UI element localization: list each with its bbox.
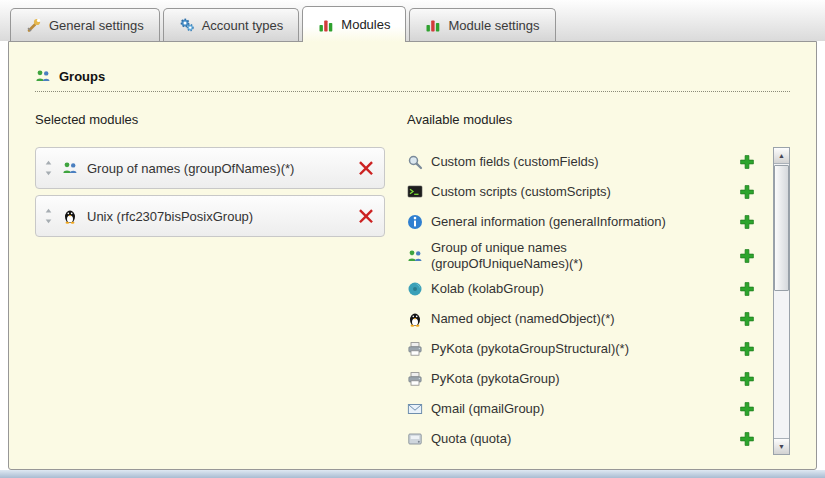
tab-label: Account types [202, 18, 284, 33]
tab-modules[interactable]: Modules [302, 6, 406, 42]
available-module-label: Named object (namedObject)(*) [431, 308, 615, 330]
vertical-scrollbar[interactable]: ▲ ▼ [773, 147, 790, 455]
available-module-label: Qmail (qmailGroup) [431, 398, 544, 420]
add-module-icon[interactable] [739, 371, 755, 387]
page-title: Groups [59, 69, 105, 84]
tux-penguin-icon [62, 208, 78, 224]
bottom-gradient-bar [0, 470, 825, 478]
scrollbar-track[interactable] [774, 164, 789, 438]
available-module-row: Quota (quota) [407, 424, 765, 454]
available-module-label: Custom fields (customFields) [431, 151, 599, 173]
magnifier-icon [407, 154, 423, 170]
available-modules-list: Custom fields (customFields) Custom scri… [407, 147, 765, 454]
modules-icon [318, 17, 334, 33]
disk-icon [407, 431, 423, 447]
add-module-icon[interactable] [739, 184, 755, 200]
info-icon [407, 214, 423, 230]
tab-module-settings[interactable]: Module settings [409, 8, 555, 41]
add-module-icon[interactable] [739, 311, 755, 327]
available-module-row: Group of unique names (groupOfUniqueName… [407, 237, 765, 274]
gears-icon [179, 17, 195, 33]
available-module-row: Named object (namedObject)(*) [407, 304, 765, 334]
tab-label: Modules [341, 17, 390, 32]
tools-icon [26, 17, 42, 33]
tab-label: General settings [49, 18, 144, 33]
scroll-down-button[interactable]: ▼ [774, 438, 789, 454]
remove-module-icon[interactable] [358, 208, 374, 224]
add-module-icon[interactable] [739, 401, 755, 417]
available-module-label: PyKota (pykotaGroup) [431, 368, 560, 390]
selected-module-label: Group of names (groupOfNames)(*) [87, 161, 349, 176]
group-icon [62, 160, 78, 176]
available-modules-heading: Available modules [407, 112, 790, 127]
add-module-icon[interactable] [739, 154, 755, 170]
available-module-row: Kolab (kolabGroup) [407, 274, 765, 304]
add-module-icon[interactable] [739, 214, 755, 230]
scroll-up-button[interactable]: ▲ [774, 148, 789, 164]
available-module-row: Custom fields (customFields) [407, 147, 765, 177]
tab-label: Module settings [448, 18, 539, 33]
available-module-label: Kolab (kolabGroup) [431, 278, 544, 300]
drag-handle-icon[interactable] [44, 208, 53, 224]
available-module-row: General information (generalInformation) [407, 207, 765, 237]
available-module-row: PyKota (pykotaGroup) [407, 364, 765, 394]
section-header-groups: Groups [35, 68, 790, 92]
available-module-row: PyKota (pykotaGroupStructural)(*) [407, 334, 765, 364]
printer-icon [407, 371, 423, 387]
tux-penguin-icon [407, 311, 423, 327]
available-modules-column: Available modules Custom fields (customF… [407, 112, 790, 455]
scroll-up-arrow-icon: ▲ [778, 152, 785, 159]
mail-icon [407, 401, 423, 417]
available-module-label: PyKota (pykotaGroupStructural)(*) [431, 338, 629, 360]
available-module-label: Group of unique names (groupOfUniqueName… [431, 237, 693, 274]
scrollbar-thumb[interactable] [774, 165, 789, 291]
remove-module-icon[interactable] [358, 160, 374, 176]
content-panel: Groups Selected modules Group of names (… [8, 41, 817, 470]
add-module-icon[interactable] [739, 281, 755, 297]
tab-account-types[interactable]: Account types [163, 8, 300, 41]
available-module-label: General information (generalInformation) [431, 211, 666, 233]
selected-module-row[interactable]: Group of names (groupOfNames)(*) [35, 147, 385, 189]
available-module-row: Qmail (qmailGroup) [407, 394, 765, 424]
kolab-icon [407, 281, 423, 297]
available-module-row: Custom scripts (customScripts) [407, 177, 765, 207]
terminal-icon [407, 184, 423, 200]
add-module-icon[interactable] [739, 431, 755, 447]
printer-icon [407, 341, 423, 357]
module-settings-icon [425, 17, 441, 33]
lam-configuration-window: Groups Selected modules Group of names (… [0, 0, 825, 478]
module-columns: Selected modules Group of names (groupOf… [35, 112, 790, 455]
add-module-icon[interactable] [739, 248, 755, 264]
tab-general-settings[interactable]: General settings [10, 8, 160, 41]
selected-module-label: Unix (rfc2307bisPosixGroup) [87, 209, 349, 224]
selected-modules-heading: Selected modules [35, 112, 385, 127]
scroll-down-arrow-icon: ▼ [778, 443, 785, 450]
selected-modules-column: Selected modules Group of names (groupOf… [35, 112, 385, 455]
group-icon [407, 248, 423, 264]
available-module-label: Custom scripts (customScripts) [431, 181, 611, 203]
available-modules-body: Custom fields (customFields) Custom scri… [407, 147, 790, 455]
group-icon [35, 68, 51, 84]
available-module-label: Quota (quota) [431, 428, 511, 450]
tab-bar: General settings Account types Modules M… [0, 0, 825, 41]
drag-handle-icon[interactable] [44, 160, 53, 176]
selected-module-row[interactable]: Unix (rfc2307bisPosixGroup) [35, 195, 385, 237]
add-module-icon[interactable] [739, 341, 755, 357]
